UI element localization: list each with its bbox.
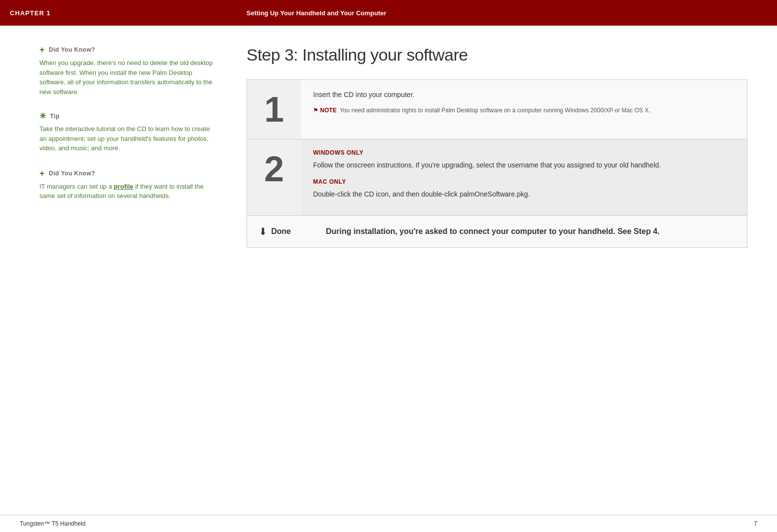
sidebar-heading-label-2: Did You Know? [49, 170, 95, 177]
done-label-cell: ⬇ Done [259, 226, 318, 237]
windows-text: Follow the onscreen instructions. If you… [313, 160, 735, 170]
header-title: Setting Up Your Handheld and Your Comput… [247, 9, 387, 17]
page-title: Step 3: Installing your software [247, 45, 747, 65]
mac-only-label: MAC ONLY [313, 178, 735, 185]
chapter-label: CHAPTER 1 [10, 9, 247, 17]
page-footer: Tungsten™ T5 Handheld 7 [0, 515, 777, 532]
sidebar-text-2: IT managers can set up a profile if they… [39, 182, 217, 201]
sidebar-text-before-link: IT managers can set up a [39, 183, 114, 190]
plus-icon-2: + [39, 169, 45, 178]
sidebar-text-tip: Take the interactive tutorial on the CD … [39, 124, 217, 153]
step-1-main-text: Insert the CD into your computer. [313, 90, 735, 100]
profile-link[interactable]: profile [114, 183, 134, 190]
done-label: Done [271, 227, 291, 236]
step-1-row: 1 Insert the CD into your computer. ⚑ NO… [247, 80, 747, 139]
done-text: During installation, you're asked to con… [326, 226, 660, 237]
done-row: ⬇ Done During installation, you're asked… [247, 216, 747, 247]
steps-container: 1 Insert the CD into your computer. ⚑ NO… [247, 79, 747, 248]
note-label: NOTE [320, 107, 336, 114]
step-1-note: ⚑ NOTE You need administrator rights to … [313, 106, 735, 115]
main-layout: + Did You Know? When you upgrade, there'… [0, 26, 777, 248]
sidebar-heading-tip: ✳ Tip [39, 112, 217, 120]
windows-only-label: WINDOWS ONLY [313, 149, 735, 156]
sidebar-text-1: When you upgrade, there's no need to del… [39, 58, 217, 97]
sidebar: + Did You Know? When you upgrade, there'… [0, 45, 237, 248]
step-1-number-cell: 1 [247, 80, 301, 139]
done-arrow-icon: ⬇ [259, 226, 267, 237]
sidebar-section-tip: ✳ Tip Take the interactive tutorial on t… [39, 112, 217, 153]
page-header: CHAPTER 1 Setting Up Your Handheld and Y… [0, 0, 777, 26]
sidebar-heading-label-tip: Tip [50, 113, 60, 120]
step-2-number: 2 [264, 151, 284, 187]
step-1-content: Insert the CD into your computer. ⚑ NOTE… [301, 80, 747, 139]
note-icon: ⚑ [313, 107, 318, 114]
sidebar-section-did-you-know-2: + Did You Know? IT managers can set up a… [39, 169, 217, 201]
note-text: You need administrator rights to install… [340, 107, 650, 114]
step-2-row: 2 WINDOWS ONLY Follow the onscreen instr… [247, 139, 747, 216]
step-1-number: 1 [264, 92, 284, 127]
sidebar-heading-1: + Did You Know? [39, 45, 217, 54]
plus-icon-1: + [39, 45, 45, 54]
sidebar-heading-label-1: Did You Know? [49, 46, 95, 53]
footer-brand: Tungsten™ T5 Handheld [20, 520, 85, 527]
step-2-content: WINDOWS ONLY Follow the onscreen instruc… [301, 139, 747, 215]
footer-page-number: 7 [754, 520, 757, 527]
asterisk-icon: ✳ [39, 112, 46, 120]
sidebar-section-did-you-know-1: + Did You Know? When you upgrade, there'… [39, 45, 217, 97]
mac-text: Double-click the CD icon, and then doubl… [313, 189, 735, 200]
sidebar-heading-2: + Did You Know? [39, 169, 217, 178]
content-area: Step 3: Installing your software 1 Inser… [237, 45, 777, 248]
step-2-number-cell: 2 [247, 139, 301, 215]
